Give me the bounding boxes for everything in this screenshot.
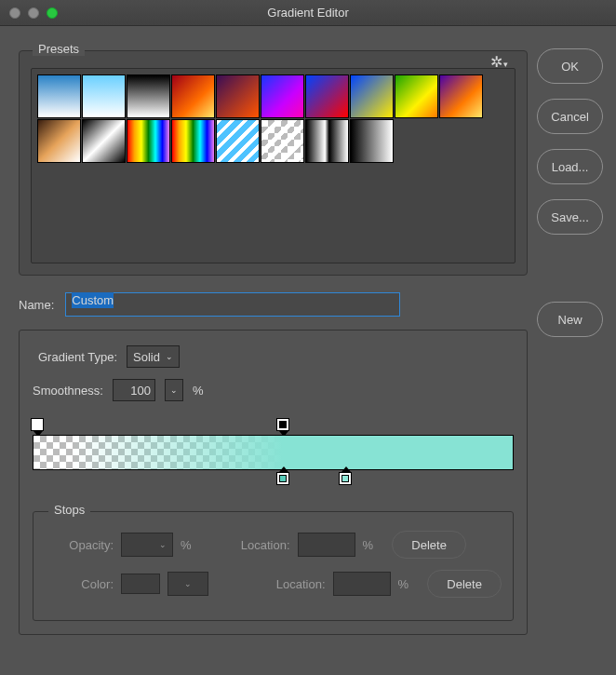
gradient-preview-fg xyxy=(33,436,513,469)
opacity-stop[interactable] xyxy=(31,418,44,431)
name-input-value: Custom xyxy=(72,292,114,308)
save-button[interactable]: Save... xyxy=(537,199,603,235)
preset-swatch[interactable] xyxy=(305,119,349,163)
opacity-unit: % xyxy=(181,538,192,552)
load-button[interactable]: Load... xyxy=(537,149,603,184)
stops-label: Stops xyxy=(48,503,90,517)
preset-swatch[interactable] xyxy=(127,74,170,118)
location-label: Location: xyxy=(220,538,290,552)
gear-icon: ✲ xyxy=(490,54,502,70)
close-icon[interactable] xyxy=(9,7,20,19)
smoothness-stepper[interactable]: ⌄ xyxy=(165,379,183,401)
window-title: Gradient Editor xyxy=(0,6,616,20)
name-label: Name: xyxy=(19,298,54,312)
smoothness-unit: % xyxy=(193,384,204,398)
gradient-type-label: Gradient Type: xyxy=(38,350,117,364)
chevron-down-icon: ⌄ xyxy=(166,352,173,361)
preset-swatch[interactable] xyxy=(216,119,260,163)
preset-swatch[interactable] xyxy=(261,119,304,163)
gradient-type-value: Solid xyxy=(133,350,160,364)
smoothness-input[interactable]: 100 xyxy=(113,379,155,401)
preset-swatch[interactable] xyxy=(350,74,394,118)
opacity-label: Opacity: xyxy=(45,538,114,552)
ok-button[interactable]: OK xyxy=(537,48,603,84)
presets-panel: Presets ✲▾ xyxy=(19,50,528,276)
gradient-section: Gradient Type: Solid ⌄ Smoothness: 100 ⌄… xyxy=(19,330,528,635)
chevron-down-icon: ⌄ xyxy=(181,579,195,588)
gradient-type-select[interactable]: Solid ⌄ xyxy=(127,345,180,368)
name-input[interactable]: Custom xyxy=(65,292,400,317)
preset-swatch[interactable] xyxy=(261,74,304,118)
preset-swatch[interactable] xyxy=(305,74,349,118)
opacity-stop[interactable] xyxy=(276,418,289,431)
presets-menu-button[interactable]: ✲▾ xyxy=(490,53,508,71)
cancel-button[interactable]: Cancel xyxy=(537,99,603,134)
preset-swatch[interactable] xyxy=(127,119,170,163)
location-label: Location: xyxy=(255,577,326,591)
smoothness-label: Smoothness: xyxy=(33,384,103,398)
preset-swatch[interactable] xyxy=(439,74,483,118)
titlebar: Gradient Editor xyxy=(0,0,616,26)
color-location-input[interactable] xyxy=(333,572,391,596)
chevron-down-icon: ▾ xyxy=(503,60,508,69)
preset-swatch[interactable] xyxy=(171,119,215,163)
preset-swatch[interactable] xyxy=(37,74,81,118)
minimize-icon[interactable] xyxy=(28,7,39,19)
new-button[interactable]: New xyxy=(537,302,603,337)
preset-swatch[interactable] xyxy=(350,119,394,163)
location-unit: % xyxy=(398,577,409,591)
smoothness-value: 100 xyxy=(130,384,151,398)
preset-swatch[interactable] xyxy=(37,119,81,163)
presets-list xyxy=(31,68,516,263)
traffic-lights xyxy=(9,7,58,19)
color-swatch[interactable] xyxy=(121,574,160,594)
gradient-preview[interactable] xyxy=(33,418,514,494)
preset-swatch[interactable] xyxy=(216,74,260,118)
opacity-location-input[interactable] xyxy=(298,533,355,557)
color-stop[interactable] xyxy=(339,472,352,485)
delete-color-stop-button[interactable]: Delete xyxy=(427,570,502,598)
chevron-down-icon: ⌄ xyxy=(155,540,170,549)
opacity-input[interactable]: ⌄ xyxy=(121,533,173,557)
location-unit: % xyxy=(363,538,374,552)
color-menu[interactable]: ⌄ xyxy=(167,572,208,596)
preset-swatch[interactable] xyxy=(171,74,215,118)
zoom-icon[interactable] xyxy=(47,7,58,19)
preset-swatch[interactable] xyxy=(395,74,438,118)
presets-label: Presets xyxy=(33,42,85,56)
stops-panel: Stops Opacity: ⌄ % Location: % Delete Co… xyxy=(33,511,514,621)
color-stop[interactable] xyxy=(276,472,289,485)
preset-swatch[interactable] xyxy=(82,119,126,163)
preset-swatch[interactable] xyxy=(82,74,126,118)
delete-opacity-stop-button[interactable]: Delete xyxy=(392,531,466,559)
chevron-down-icon: ⌄ xyxy=(170,385,178,395)
color-label: Color: xyxy=(45,577,114,591)
